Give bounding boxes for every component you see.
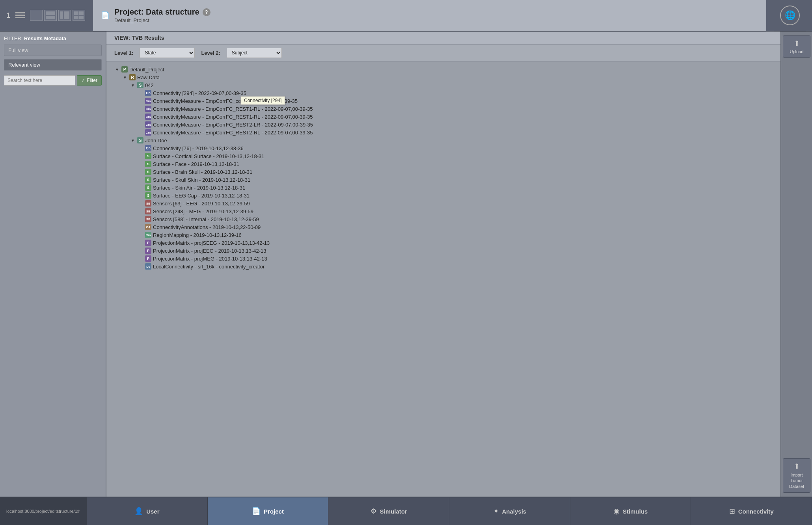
tree-row-proj-1[interactable]: P ProjectionMatrix - projSEEG - 2019-10-… <box>114 239 773 247</box>
project-tab-label: Project <box>264 508 284 515</box>
globe-icon[interactable]: 🌐 <box>780 6 800 25</box>
tree-row-surf-2[interactable]: S Surface - Face - 2019-10-13,12-18-31 <box>114 160 773 168</box>
tree-label-cm-5: ConnectivityMeasure - EmpCorrFC_REST2-RL… <box>153 130 313 136</box>
tab-connectivity[interactable]: ⊞ Connectivity <box>691 497 812 525</box>
top-bar-right: 🌐 <box>774 0 806 31</box>
nav-block-3[interactable] <box>58 10 71 21</box>
tree-label-surf-3: Surface - Brain Skull - 2019-10-13,12-18… <box>153 169 252 175</box>
tree-toggle-cm-5[interactable] <box>138 130 143 135</box>
tree-toggle-rawdata[interactable]: ▼ <box>122 74 128 80</box>
tree-toggle-surf-6[interactable] <box>138 193 143 198</box>
tree-row-sensors-3[interactable]: SE Sensors [588] - Internal - 2019-10-13… <box>114 215 773 223</box>
tree-toggle-proj-2[interactable] <box>138 248 143 253</box>
surf-5-icon: S <box>145 184 151 191</box>
tree-toggle-proj-3[interactable] <box>138 256 143 261</box>
upload-button[interactable]: ⬆ Upload <box>783 35 810 58</box>
tree-toggle-surf-4[interactable] <box>138 177 143 182</box>
tree-toggle-sensors-2[interactable] <box>138 209 143 214</box>
main-panel: VIEW: TVB Results Level 1: State Subject… <box>106 32 780 497</box>
full-view-option[interactable]: Full view <box>4 45 102 56</box>
tree-row-rawdata[interactable]: ▼ R Raw Data <box>114 73 773 81</box>
tree-toggle-root[interactable]: ▼ <box>114 67 120 72</box>
tree-row-surf-3[interactable]: S Surface - Brain Skull - 2019-10-13,12-… <box>114 168 773 176</box>
tree-toggle-johndoe[interactable]: ▼ <box>130 138 136 143</box>
tree-row-root[interactable]: ▼ P Default_Project <box>114 65 773 73</box>
annot-icon: CA <box>145 224 151 230</box>
import-tumor-button[interactable]: ⬆ Import Tumor Dataset <box>783 458 810 493</box>
relevant-view-option[interactable]: Relevant view <box>4 59 102 71</box>
tree-toggle-local[interactable] <box>138 264 143 269</box>
conn-294-icon: Cn <box>145 90 151 96</box>
tree-row-cm-4[interactable]: Cm ConnectivityMeasure - EmpCorrFC_REST2… <box>114 121 773 128</box>
tree-row-annot[interactable]: CA ConnectivityAnnotations - 2019-10-13,… <box>114 223 773 231</box>
tree-toggle-cm-3[interactable] <box>138 114 143 119</box>
tree-toggle-region[interactable] <box>138 232 143 238</box>
tab-simulator[interactable]: ⚙ Simulator <box>328 497 449 525</box>
tree-row-johndoe[interactable]: ▼ S John Doe <box>114 136 773 144</box>
tree-toggle-proj-1[interactable] <box>138 240 143 246</box>
tree-toggle-surf-1[interactable] <box>138 153 143 159</box>
tab-stimulus[interactable]: ◉ Stimulus <box>570 497 691 525</box>
svg-rect-2 <box>15 17 25 18</box>
tree-toggle-sensors-1[interactable] <box>138 201 143 206</box>
tree-row-cm-2[interactable]: Cm ConnectivityMeasure - EmpCorrFC_REST1… <box>114 105 773 113</box>
tree-row-sensors-2[interactable]: SE Sensors [248] - MEG - 2019-10-13,12-3… <box>114 207 773 215</box>
filter-button[interactable]: ✓ Filter <box>77 75 102 86</box>
connectivity-tab-label: Connectivity <box>738 508 774 515</box>
nav-block-2[interactable] <box>44 10 57 21</box>
tree-row-surf-4[interactable]: S Surface - Skull Skin - 2019-10-13,12-1… <box>114 176 773 184</box>
tree-row-042[interactable]: ▼ S 042 <box>114 81 773 89</box>
tree-label-local: LocalConnectivity - srf_16k - connectivi… <box>153 264 264 270</box>
help-icon[interactable]: ? <box>203 8 210 16</box>
tree-row-cm-5[interactable]: Cm ConnectivityMeasure - EmpCorrFC_REST2… <box>114 128 773 136</box>
menu-icon[interactable] <box>14 9 26 21</box>
tree-row-region[interactable]: Rm RegionMapping - 2019-10-13,12-39-16 <box>114 231 773 239</box>
tree-toggle-surf-2[interactable] <box>138 161 143 167</box>
tree-row-proj-2[interactable]: P ProjectionMatrix - projEEG - 2019-10-1… <box>114 247 773 255</box>
tree-container: ▼ P Default_Project ▼ R Raw Data ▼ S 042… <box>106 61 780 497</box>
tree-label-root: Default_Project <box>129 67 164 73</box>
level2-select[interactable]: Subject State Type Date <box>227 48 282 58</box>
tree-row-sensors-1[interactable]: SE Sensors [63] - EEG - 2019-10-13,12-39… <box>114 199 773 207</box>
tree-row-conn-294[interactable]: Cn Connectivity [294] - 2022-09-07,00-39… <box>114 89 773 97</box>
level2-label: Level 2: <box>201 50 220 56</box>
tab-project[interactable]: 📄 Project <box>208 497 329 525</box>
tree-toggle-conn-294[interactable] <box>138 90 143 96</box>
tree-toggle-042[interactable]: ▼ <box>130 82 136 88</box>
tree-toggle-cm-4[interactable] <box>138 122 143 127</box>
tree-label-surf-6: Surface - EEG Cap - 2019-10-13,12-18-31 <box>153 193 250 199</box>
tab-analysis[interactable]: ✦ Analysis <box>449 497 570 525</box>
tree-row-cm-3[interactable]: Cm ConnectivityMeasure - EmpCorrFC_REST1… <box>114 113 773 121</box>
project-icon: P <box>121 66 128 73</box>
tree-row-proj-3[interactable]: P ProjectionMatrix - projMEG - 2019-10-1… <box>114 255 773 262</box>
tree-toggle-sensors-3[interactable] <box>138 216 143 222</box>
tree-label-proj-2: ProjectionMatrix - projEEG - 2019-10-13,… <box>153 248 266 254</box>
search-input[interactable] <box>4 75 75 86</box>
surf-4-icon: S <box>145 177 151 183</box>
tree-toggle-conn-76[interactable] <box>138 145 143 151</box>
tree-toggle-cm-2[interactable] <box>138 106 143 112</box>
tree-row-surf-5[interactable]: S Surface - Skin Air - 2019-10-13,12-18-… <box>114 184 773 192</box>
level1-select[interactable]: State Subject Type Date <box>140 48 195 58</box>
stimulus-tab-icon: ◉ <box>613 507 620 516</box>
tab-user[interactable]: 👤 User <box>87 497 208 525</box>
nav-block-4[interactable] <box>73 10 85 21</box>
tree-toggle-surf-3[interactable] <box>138 169 143 175</box>
tree-label-proj-1: ProjectionMatrix - projSEEG - 2019-10-13… <box>153 240 270 246</box>
tree-row-cm-1[interactable]: Cm ConnectivityMeasure - EmpCorrFC_cons-… <box>114 97 773 105</box>
bottom-bar: localhost:8080/project/editstructure/1# … <box>0 497 812 525</box>
tree-row-conn-76[interactable]: Cn Connectivity [76] - 2019-10-13,12-38-… <box>114 144 773 152</box>
tree-toggle-cm-1[interactable] <box>138 98 143 104</box>
cm-5-icon: Cm <box>145 129 151 136</box>
project-subtitle: Default_Project <box>114 17 210 23</box>
nav-block-1[interactable] <box>30 10 43 21</box>
tree-row-surf-1[interactable]: S Surface - Cortical Surface - 2019-10-1… <box>114 152 773 160</box>
proj-2-icon: P <box>145 248 151 254</box>
upload-icon: ⬆ <box>794 39 800 48</box>
tree-toggle-surf-5[interactable] <box>138 185 143 190</box>
title-section: 📄 Project: Data structure ? Default_Proj… <box>93 0 766 31</box>
tree-toggle-annot[interactable] <box>138 224 143 230</box>
top-bar-left: 1 <box>6 9 85 21</box>
tree-row-local[interactable]: Lc LocalConnectivity - srf_16k - connect… <box>114 262 773 270</box>
tree-row-surf-6[interactable]: S Surface - EEG Cap - 2019-10-13,12-18-3… <box>114 192 773 199</box>
